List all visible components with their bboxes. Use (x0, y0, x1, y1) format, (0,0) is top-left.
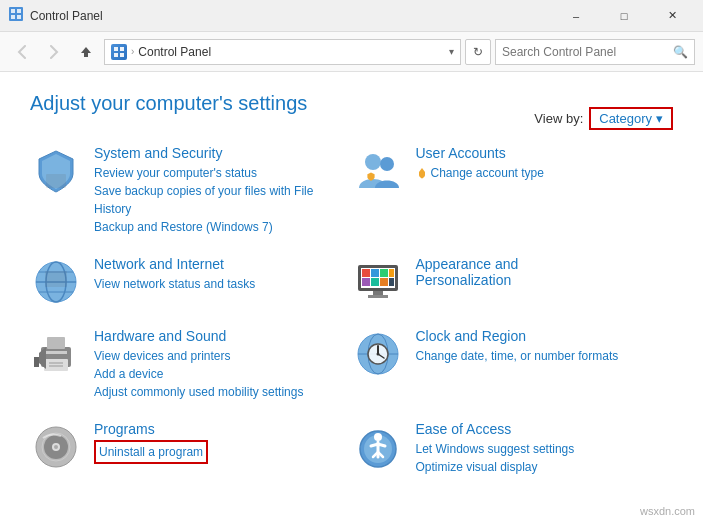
svg-rect-32 (45, 351, 67, 354)
path-dropdown-arrow[interactable]: ▾ (449, 46, 454, 57)
network-title[interactable]: Network and Internet (94, 256, 352, 272)
search-box[interactable]: 🔍 (495, 39, 695, 65)
system-security-title[interactable]: System and Security (94, 145, 352, 161)
ease-text: Ease of Access Let Windows suggest setti… (416, 421, 674, 476)
system-security-text: System and Security Review your computer… (94, 145, 352, 236)
path-text: Control Panel (138, 45, 211, 59)
svg-point-11 (365, 154, 381, 170)
svg-rect-4 (17, 15, 21, 19)
programs-icon (30, 421, 82, 473)
search-input[interactable] (502, 45, 669, 59)
title-bar-controls: – □ ✕ (553, 0, 695, 32)
category-ease: Ease of Access Let Windows suggest setti… (352, 411, 674, 486)
appearance-title[interactable]: Appearance andPersonalization (416, 256, 674, 288)
address-bar: › Control Panel ▾ ↻ 🔍 (0, 32, 703, 72)
appearance-text: Appearance andPersonalization (416, 256, 674, 291)
svg-rect-27 (380, 278, 388, 286)
view-by-label: View by: (534, 111, 583, 126)
svg-rect-9 (120, 53, 124, 57)
network-icon (30, 256, 82, 308)
view-by-value: Category (599, 111, 652, 126)
ease-title[interactable]: Ease of Access (416, 421, 674, 437)
view-by-control: View by: Category ▾ (534, 107, 673, 130)
svg-rect-6 (114, 47, 118, 51)
svg-rect-22 (371, 269, 379, 277)
forward-button[interactable] (40, 38, 68, 66)
watermark: wsxdn.com (640, 505, 695, 517)
ease-link-2[interactable]: Optimize visual display (416, 458, 674, 476)
view-by-dropdown[interactable]: Category ▾ (589, 107, 673, 130)
hardware-icon (30, 328, 82, 380)
svg-rect-23 (380, 269, 388, 277)
back-button[interactable] (8, 38, 36, 66)
svg-rect-36 (49, 365, 63, 367)
svg-rect-3 (11, 15, 15, 19)
svg-rect-10 (46, 174, 66, 188)
up-button[interactable] (72, 38, 100, 66)
title-bar-title: Control Panel (30, 9, 553, 23)
svg-rect-35 (49, 362, 63, 364)
svg-rect-21 (362, 269, 370, 277)
system-security-link-2[interactable]: Save backup copies of your files with Fi… (94, 182, 352, 218)
svg-rect-29 (373, 291, 383, 295)
category-programs: Programs Uninstall a program (30, 411, 352, 486)
svg-rect-34 (47, 337, 65, 349)
appearance-icon (352, 256, 404, 308)
categories-grid: System and Security Review your computer… (30, 135, 673, 486)
svg-point-51 (54, 445, 58, 449)
title-bar-icon (8, 6, 24, 25)
title-bar: Control Panel – □ ✕ (0, 0, 703, 32)
svg-rect-18 (45, 271, 67, 287)
user-accounts-link-1[interactable]: Change account type (416, 164, 674, 182)
programs-link-1[interactable]: Uninstall a program (94, 440, 208, 464)
refresh-button[interactable]: ↻ (465, 39, 491, 65)
path-separator: › (131, 46, 134, 57)
programs-title[interactable]: Programs (94, 421, 352, 437)
clock-icon (352, 328, 404, 380)
hardware-title[interactable]: Hardware and Sound (94, 328, 352, 344)
svg-marker-38 (39, 347, 46, 369)
user-accounts-text: User Accounts Change account type (416, 145, 674, 182)
svg-rect-2 (17, 9, 21, 13)
minimize-button[interactable]: – (553, 0, 599, 32)
close-button[interactable]: ✕ (649, 0, 695, 32)
hardware-text: Hardware and Sound View devices and prin… (94, 328, 352, 401)
maximize-button[interactable]: □ (601, 0, 647, 32)
user-accounts-title[interactable]: User Accounts (416, 145, 674, 161)
category-network: Network and Internet View network status… (30, 246, 352, 318)
hardware-link-1[interactable]: View devices and printers (94, 347, 352, 365)
system-security-icon (30, 145, 82, 197)
svg-point-54 (374, 433, 382, 441)
system-security-link-1[interactable]: Review your computer's status (94, 164, 352, 182)
svg-rect-37 (34, 357, 39, 367)
hardware-link-3[interactable]: Adjust commonly used mobility settings (94, 383, 352, 401)
address-path[interactable]: › Control Panel ▾ (104, 39, 461, 65)
system-security-link-3[interactable]: Backup and Restore (Windows 7) (94, 218, 352, 236)
category-appearance: Appearance andPersonalization (352, 246, 674, 318)
svg-rect-24 (389, 269, 394, 277)
ease-link-1[interactable]: Let Windows suggest settings (416, 440, 674, 458)
svg-point-46 (376, 353, 379, 356)
hardware-link-2[interactable]: Add a device (94, 365, 352, 383)
svg-rect-5 (84, 53, 88, 57)
category-clock: Clock and Region Change date, time, or n… (352, 318, 674, 411)
path-icon (111, 44, 127, 60)
user-accounts-icon (352, 145, 404, 197)
clock-title[interactable]: Clock and Region (416, 328, 674, 344)
svg-point-12 (380, 157, 394, 171)
svg-rect-25 (362, 278, 370, 286)
svg-rect-1 (11, 9, 15, 13)
svg-rect-30 (368, 295, 388, 298)
svg-rect-7 (120, 47, 124, 51)
main-content: Adjust your computer's settings View by:… (0, 72, 703, 506)
programs-text: Programs Uninstall a program (94, 421, 352, 464)
ease-icon (352, 421, 404, 473)
category-user-accounts: User Accounts Change account type (352, 135, 674, 246)
network-link-1[interactable]: View network status and tasks (94, 275, 352, 293)
category-system-security: System and Security Review your computer… (30, 135, 352, 246)
svg-rect-28 (389, 278, 394, 286)
clock-link-1[interactable]: Change date, time, or number formats (416, 347, 674, 365)
svg-rect-26 (371, 278, 379, 286)
search-icon[interactable]: 🔍 (673, 45, 688, 59)
view-by-arrow: ▾ (656, 111, 663, 126)
